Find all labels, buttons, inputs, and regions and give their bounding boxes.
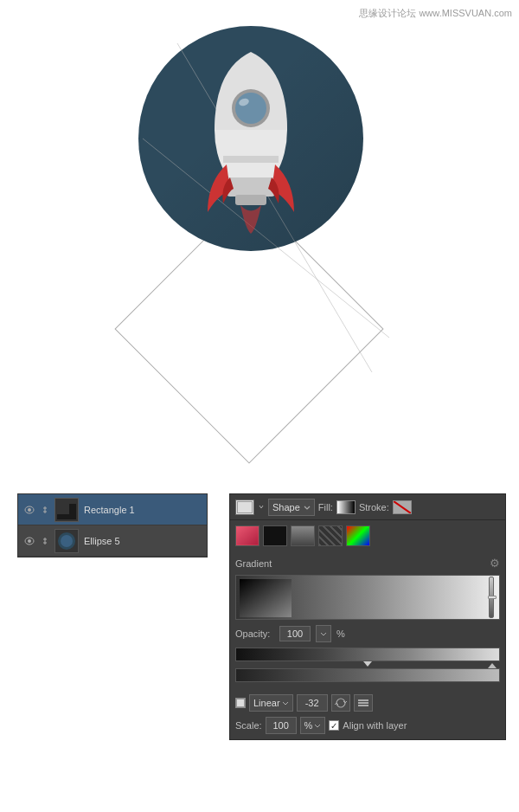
scale-row: Scale: 100 % ✓ Align with layer	[235, 717, 500, 734]
opacity-dropdown[interactable]	[316, 625, 331, 642]
scale-label: Scale:	[235, 720, 262, 731]
gradient-bar-top[interactable]	[235, 648, 500, 661]
svg-line-17	[394, 501, 411, 513]
scale-unit-dropdown[interactable]: %	[300, 717, 326, 734]
layer-name-ellipse5: Ellipse 5	[84, 536, 202, 546]
svg-rect-20	[358, 702, 368, 704]
linear-row: Linear -32	[235, 694, 500, 712]
scale-value[interactable]: 100	[266, 717, 297, 734]
angle-value[interactable]: -32	[297, 694, 328, 712]
properties-panel: Shape Fill: Stroke: Gradient ⚙	[229, 493, 506, 740]
svg-rect-4	[227, 177, 275, 197]
linear-checkbox	[235, 698, 246, 708]
swatch-btn-solid[interactable]	[263, 525, 287, 546]
linear-dropdown[interactable]: Linear	[249, 694, 293, 712]
gradient-bar-bottom[interactable]	[235, 668, 500, 682]
watermark: 思缘设计论坛 www.MISSVUAN.com	[359, 7, 512, 20]
swatch-btn-pattern[interactable]	[318, 525, 343, 546]
color-box[interactable]	[235, 499, 254, 515]
shape-dropdown[interactable]: Shape	[268, 499, 315, 516]
opacity-label: Opacity:	[235, 628, 274, 639]
layer-thumb-rectangle1	[54, 498, 79, 522]
layer-link-ellipse5[interactable]	[41, 535, 49, 547]
svg-rect-18	[237, 527, 258, 545]
rocket-illustration	[182, 43, 320, 251]
swatch-btn-color[interactable]	[346, 525, 370, 546]
dropdown-arrow	[258, 502, 265, 512]
gradient-preview-inner	[240, 579, 292, 617]
layer-link-rectangle1[interactable]	[41, 504, 49, 516]
svg-point-14	[28, 539, 31, 543]
svg-rect-19	[358, 699, 368, 701]
gradient-bars	[235, 648, 500, 682]
gradient-preview[interactable]	[235, 575, 500, 620]
layer-eye-rectangle1[interactable]	[23, 504, 35, 516]
svg-point-16	[61, 535, 73, 547]
fill-label: Fill:	[318, 502, 333, 512]
layer-name-rectangle1: Rectangle 1	[84, 505, 202, 515]
align-checkbox-row: ✓ Align with layer	[329, 720, 407, 731]
opacity-row: Opacity: 100 %	[235, 625, 500, 642]
fill-swatch[interactable]	[336, 500, 356, 514]
svg-rect-6	[223, 156, 279, 163]
swatch-btn-gradient[interactable]	[235, 525, 260, 546]
svg-point-10	[28, 508, 31, 512]
prop-toolbar: Shape Fill: Stroke:	[230, 494, 505, 520]
gradient-section: Gradient ⚙ Opacity: 100 %	[230, 551, 505, 739]
svg-point-2	[235, 93, 266, 124]
rocket-circle	[138, 26, 363, 251]
menu-icon[interactable]	[354, 694, 373, 712]
vertical-slider[interactable]	[487, 576, 496, 619]
reverse-icon[interactable]	[331, 694, 350, 712]
svg-rect-12	[57, 504, 69, 514]
stroke-swatch[interactable]	[393, 500, 412, 514]
gear-icon[interactable]: ⚙	[490, 557, 500, 570]
align-checkbox[interactable]: ✓	[329, 720, 339, 731]
svg-rect-5	[235, 195, 266, 205]
stroke-label: Stroke:	[359, 502, 389, 512]
layer-item-ellipse5[interactable]: Ellipse 5	[18, 525, 207, 557]
layer-item-rectangle1[interactable]: Rectangle 1	[18, 494, 207, 525]
layer-eye-ellipse5[interactable]	[23, 535, 35, 547]
opacity-value[interactable]: 100	[279, 626, 311, 641]
align-label: Align with layer	[343, 720, 407, 731]
layer-thumb-ellipse5	[54, 529, 79, 553]
fill-swatch-group	[336, 500, 356, 514]
gradient-header: Gradient ⚙	[235, 557, 500, 570]
layers-panel: Rectangle 1 Ellipse 5	[17, 493, 208, 557]
swatch-btn-gray[interactable]	[291, 525, 315, 546]
percent-label: %	[336, 628, 345, 639]
gradient-swatches	[230, 520, 505, 546]
svg-rect-21	[358, 705, 368, 706]
canvas-area	[0, 0, 519, 485]
gradient-title: Gradient	[235, 558, 272, 569]
